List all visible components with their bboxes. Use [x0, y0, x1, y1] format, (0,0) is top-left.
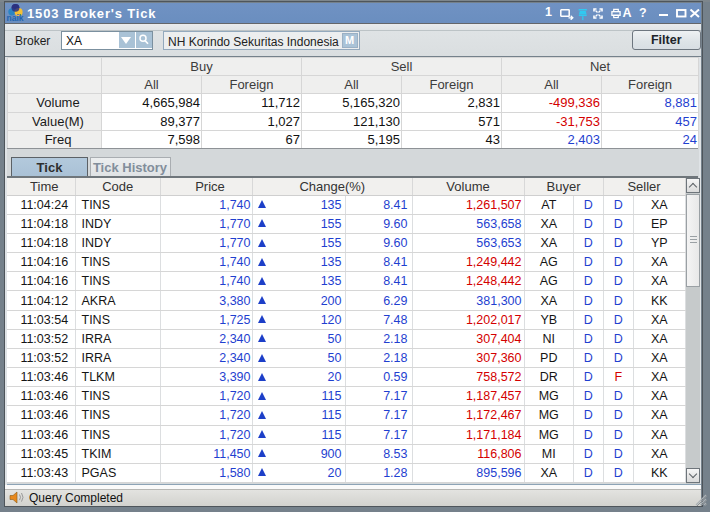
svg-text:naik: naik	[7, 13, 24, 23]
